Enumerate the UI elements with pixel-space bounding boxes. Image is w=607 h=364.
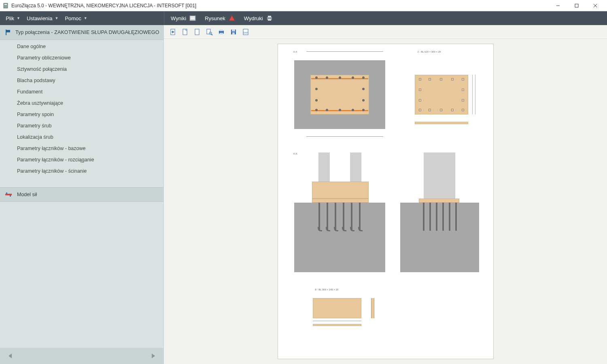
document-toolbar: DXF bbox=[164, 25, 607, 39]
sidebar-item-force-model[interactable]: Model sił bbox=[0, 187, 163, 202]
svg-rect-24 bbox=[195, 29, 199, 35]
svg-marker-19 bbox=[152, 353, 155, 358]
sidebar-header[interactable]: Typ połączenia - ZAKOTWIENIE SŁUPA DWUGA… bbox=[0, 25, 163, 40]
sidebar-item-stiffness[interactable]: Sztywność połączenia bbox=[0, 63, 163, 75]
new-page-plus-icon[interactable] bbox=[169, 28, 177, 36]
plan-section-label: A-A bbox=[293, 51, 297, 53]
menu-settings[interactable]: Ustawienia ▼ bbox=[24, 14, 61, 23]
svg-line-27 bbox=[211, 34, 212, 35]
menubar-left: Plik ▼ Ustawienia ▼ Pomoc ▼ bbox=[0, 11, 164, 25]
sidebar-item-connector-base[interactable]: Parametry łączników - bazowe bbox=[0, 143, 163, 154]
menu-results-label: Wyniki bbox=[171, 15, 186, 21]
chevron-down-icon: ▼ bbox=[55, 16, 58, 20]
sidebar-item-bolt-location[interactable]: Lokalizacja śrub bbox=[0, 131, 163, 143]
menu-help-label: Pomoc bbox=[65, 15, 81, 21]
sidebar-item-label: Fundament bbox=[17, 89, 42, 95]
top-right-caption: 2 - BL 620 × 300 × 20 bbox=[418, 51, 441, 53]
sidebar-next-button[interactable] bbox=[148, 351, 158, 361]
sidebar-item-label: Parametry obliczeniowe bbox=[17, 55, 71, 61]
menu-help[interactable]: Pomoc ▼ bbox=[62, 14, 89, 23]
sidebar-item-label: Parametry śrub bbox=[17, 123, 51, 129]
drawing-viewport[interactable]: A-A 2 - BL 620 × 300 × 20 bbox=[164, 39, 607, 364]
sidebar-item-label: Dane ogólne bbox=[17, 44, 46, 49]
svg-rect-32 bbox=[232, 30, 235, 32]
export-dxf-icon[interactable]: DXF bbox=[242, 28, 250, 36]
printer-icon bbox=[265, 14, 274, 22]
sidebar-nav bbox=[0, 348, 163, 364]
sidebar-item-stiffeners[interactable]: Żebra usztywniające bbox=[0, 97, 163, 109]
drawing-canvas-area: DXF A-A 2 - BL bbox=[164, 25, 607, 364]
window-maximize-button[interactable] bbox=[567, 0, 586, 11]
column-branch-left-1 bbox=[318, 152, 330, 182]
menu-drawing[interactable]: Rysunek bbox=[202, 13, 238, 24]
main-area: Typ połączenia - ZAKOTWIENIE SŁUPA DWUGA… bbox=[0, 25, 607, 364]
svg-rect-14 bbox=[6, 30, 10, 32]
app-icon bbox=[2, 2, 9, 9]
svg-rect-15 bbox=[5, 194, 12, 195]
results-icon bbox=[189, 14, 197, 22]
column-branch-left-2 bbox=[350, 152, 361, 182]
foundation-elev-right bbox=[400, 203, 479, 272]
column-web-elev-right bbox=[424, 152, 455, 199]
sidebar-item-general-data[interactable]: Dane ogólne bbox=[0, 41, 163, 52]
sidebar-item-foundation[interactable]: Fundament bbox=[0, 86, 163, 97]
sidebar-item-calc-params[interactable]: Parametry obliczeniowe bbox=[0, 52, 163, 63]
small-plate-side bbox=[371, 298, 374, 318]
sidebar-item-label: Lokalizacja śrub bbox=[17, 134, 53, 140]
base-plate-elev-left bbox=[312, 182, 369, 199]
page-icon[interactable] bbox=[181, 28, 189, 36]
drawing-icon bbox=[228, 14, 236, 22]
menu-results[interactable]: Wyniki bbox=[168, 13, 199, 24]
svg-rect-17 bbox=[10, 195, 11, 197]
svg-rect-23 bbox=[183, 29, 187, 35]
svg-rect-8 bbox=[191, 18, 195, 19]
sidebar-item-label: Parametry łączników - ścinanie bbox=[17, 168, 87, 174]
sidebar-header-prefix: Typ połączenia - bbox=[15, 30, 54, 35]
sidebar-prev-button[interactable] bbox=[6, 351, 15, 361]
menu-file[interactable]: Plik ▼ bbox=[3, 14, 23, 23]
small-plate bbox=[313, 298, 361, 318]
menubar-right: Wyniki Rysunek Wydruki bbox=[164, 11, 607, 25]
sidebar-item-label: Żebra usztywniające bbox=[17, 100, 63, 106]
save-icon[interactable] bbox=[229, 28, 238, 36]
drawing-page: A-A 2 - BL 620 × 300 × 20 bbox=[278, 44, 494, 359]
menubar: Plik ▼ Ustawienia ▼ Pomoc ▼ Wyniki Rysun… bbox=[0, 11, 607, 25]
sidebar-item-connector-tension[interactable]: Parametry łączników - rozciąganie bbox=[0, 154, 163, 165]
page-blank-icon[interactable] bbox=[193, 28, 201, 36]
print-icon[interactable] bbox=[217, 28, 225, 36]
menu-file-label: Plik bbox=[6, 15, 14, 21]
svg-rect-13 bbox=[6, 30, 6, 35]
sidebar-item-bolt-params[interactable]: Parametry śrub bbox=[0, 120, 163, 131]
svg-rect-11 bbox=[268, 16, 271, 17]
chevron-down-icon: ▼ bbox=[17, 16, 20, 20]
sidebar-header-name: ZAKOTWIENIE SŁUPA DWUGAŁĘZIOWEGO bbox=[54, 30, 159, 35]
foundation-elev-left bbox=[294, 203, 385, 272]
plate-edge-strip bbox=[415, 122, 468, 124]
sidebar-item-label: Parametry spoin bbox=[17, 112, 54, 117]
sidebar-item-connector-shear[interactable]: Parametry łączników - ścinanie bbox=[0, 165, 163, 177]
sidebar-list: Dane ogólne Parametry obliczeniowe Sztyw… bbox=[0, 40, 163, 187]
dimension-line bbox=[313, 321, 361, 321]
bottom-caption: 8 - BL 300 × 145 × 20 bbox=[315, 288, 339, 291]
menu-settings-label: Ustawienia bbox=[27, 15, 53, 21]
window-minimize-button[interactable] bbox=[549, 0, 567, 11]
svg-marker-18 bbox=[8, 353, 12, 358]
svg-marker-9 bbox=[229, 15, 235, 21]
svg-rect-29 bbox=[220, 30, 223, 31]
window-close-button[interactable] bbox=[586, 0, 605, 11]
menu-printouts[interactable]: Wydruki bbox=[242, 13, 276, 24]
window-title: EuroZłącza 5.0 - WEWNĘTRZNA, NIEKOMERCYJ… bbox=[11, 3, 549, 8]
force-model-icon bbox=[5, 192, 12, 197]
base-plate-bottom-right bbox=[419, 199, 459, 203]
svg-rect-0 bbox=[4, 3, 8, 8]
menu-drawing-label: Rysunek bbox=[205, 15, 225, 21]
sidebar-item-weld-params[interactable]: Parametry spoin bbox=[0, 109, 163, 120]
sidebar-item-base-plate[interactable]: Blacha podstawy bbox=[0, 75, 163, 86]
svg-rect-3 bbox=[575, 4, 578, 7]
svg-rect-16 bbox=[6, 193, 7, 194]
chevron-down-icon: ▼ bbox=[84, 16, 87, 20]
menu-printouts-label: Wydruki bbox=[244, 15, 263, 21]
svg-rect-25 bbox=[207, 29, 210, 34]
sidebar-item-label: Blacha podstawy bbox=[17, 78, 55, 83]
page-search-icon[interactable] bbox=[205, 28, 213, 36]
